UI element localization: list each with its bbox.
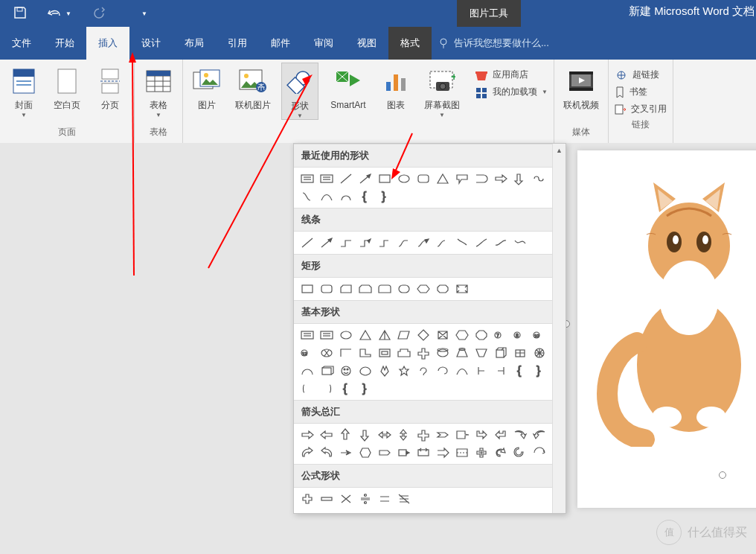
chart-button[interactable]: 图表 [378, 63, 414, 110]
shape-option[interactable] [318, 171, 336, 187]
cat-image[interactable] [592, 149, 756, 447]
shape-option[interactable] [395, 345, 413, 361]
shape-option[interactable] [337, 327, 355, 343]
tab-insert[interactable]: 插入 [86, 27, 129, 60]
shape-option[interactable] [434, 171, 452, 187]
shape-option[interactable] [395, 235, 413, 251]
my-addins-button[interactable]: 我的加载项 ▼ [475, 86, 548, 98]
shape-option[interactable] [318, 345, 336, 361]
shape-option[interactable] [511, 427, 529, 443]
blank-page-button[interactable]: 空白页 [49, 63, 85, 110]
shape-option[interactable] [492, 363, 510, 379]
shape-option[interactable] [318, 188, 336, 205]
online-pictures-button[interactable]: 联机图片 [232, 63, 274, 110]
shape-option[interactable] [376, 363, 394, 379]
shape-option[interactable] [356, 235, 374, 251]
shape-option[interactable] [395, 363, 413, 379]
shape-option[interactable] [376, 327, 394, 343]
shape-option[interactable] [356, 171, 374, 187]
shape-option[interactable] [337, 345, 355, 361]
tab-layout[interactable]: 布局 [173, 27, 216, 60]
shape-option[interactable] [356, 281, 374, 297]
shape-option[interactable] [376, 427, 394, 443]
shape-option[interactable] [472, 427, 490, 443]
shape-option[interactable] [472, 235, 490, 251]
shape-option[interactable] [492, 345, 510, 361]
shape-option[interactable] [453, 171, 471, 187]
scrollbar[interactable]: ▲ [552, 144, 566, 513]
shape-option[interactable] [472, 363, 490, 379]
shape-option[interactable] [318, 235, 336, 251]
shape-option[interactable] [453, 345, 471, 361]
shape-option[interactable] [453, 281, 471, 297]
shape-option[interactable] [511, 235, 529, 251]
shape-option[interactable] [531, 171, 548, 187]
shape-option[interactable] [298, 171, 316, 187]
shape-option[interactable] [511, 171, 529, 187]
shape-option[interactable] [511, 345, 529, 361]
tab-home[interactable]: 开始 [43, 27, 86, 60]
shape-option[interactable]: } [531, 363, 548, 379]
tab-mailings[interactable]: 邮件 [259, 27, 302, 60]
shapes-button[interactable]: 形状▼ [281, 63, 318, 120]
shape-option[interactable] [395, 281, 413, 297]
shape-option[interactable] [356, 363, 374, 379]
shape-option[interactable] [318, 363, 336, 379]
tab-file[interactable]: 文件 [0, 27, 43, 60]
shape-option[interactable]: 10 [531, 327, 548, 343]
shape-option[interactable] [414, 235, 432, 251]
shape-option[interactable]: { [337, 381, 355, 397]
shape-option[interactable] [337, 281, 355, 297]
shape-option[interactable] [356, 491, 374, 507]
shape-option[interactable] [492, 235, 510, 251]
shape-option[interactable] [318, 327, 336, 343]
shape-option[interactable] [376, 171, 394, 187]
shape-option[interactable] [298, 445, 316, 461]
shape-option[interactable] [298, 491, 316, 507]
shape-option[interactable] [414, 427, 432, 443]
shape-option[interactable] [318, 281, 336, 297]
selection-handle[interactable] [719, 471, 726, 479]
shape-option[interactable]: 8 [511, 327, 529, 343]
shape-option[interactable] [434, 445, 452, 461]
tab-design[interactable]: 设计 [129, 27, 173, 60]
shape-option[interactable] [337, 171, 355, 187]
hyperlink-button[interactable]: 超链接 [615, 69, 667, 81]
shape-option[interactable] [531, 445, 548, 461]
shape-option[interactable] [453, 235, 471, 251]
shape-option[interactable] [434, 427, 452, 443]
shape-option[interactable] [318, 445, 336, 461]
shape-option[interactable]: } [376, 188, 394, 205]
shape-option[interactable] [492, 427, 510, 443]
shape-option[interactable] [434, 281, 452, 297]
shape-option[interactable] [298, 235, 316, 251]
shape-option[interactable] [434, 327, 452, 343]
shape-option[interactable] [414, 327, 432, 343]
shape-option[interactable] [395, 327, 413, 343]
shape-option[interactable]: { [511, 363, 529, 379]
shape-option[interactable] [356, 427, 374, 443]
shape-option[interactable] [492, 171, 510, 187]
shape-option[interactable] [531, 345, 548, 361]
shape-option[interactable] [492, 445, 510, 461]
shape-option[interactable] [298, 281, 316, 297]
shape-option[interactable] [395, 427, 413, 443]
shape-option[interactable] [434, 363, 452, 379]
tab-review[interactable]: 审阅 [302, 27, 345, 60]
screenshot-button[interactable]: +屏幕截图▼ [421, 63, 463, 118]
shape-option[interactable] [337, 427, 355, 443]
online-video-button[interactable]: 联机视频 [560, 63, 602, 110]
shape-option[interactable] [414, 171, 432, 187]
shape-option[interactable]: 12 [298, 345, 316, 361]
shape-option[interactable] [298, 363, 316, 379]
shape-option[interactable] [376, 281, 394, 297]
shape-option[interactable] [298, 381, 316, 397]
shape-option[interactable] [395, 171, 413, 187]
shape-option[interactable] [376, 445, 394, 461]
shape-option[interactable] [298, 427, 316, 443]
shape-option[interactable] [395, 445, 413, 461]
shape-option[interactable]: { [356, 188, 374, 205]
shape-option[interactable] [434, 235, 452, 251]
redo-icon[interactable] [92, 7, 106, 21]
shape-option[interactable] [453, 327, 471, 343]
